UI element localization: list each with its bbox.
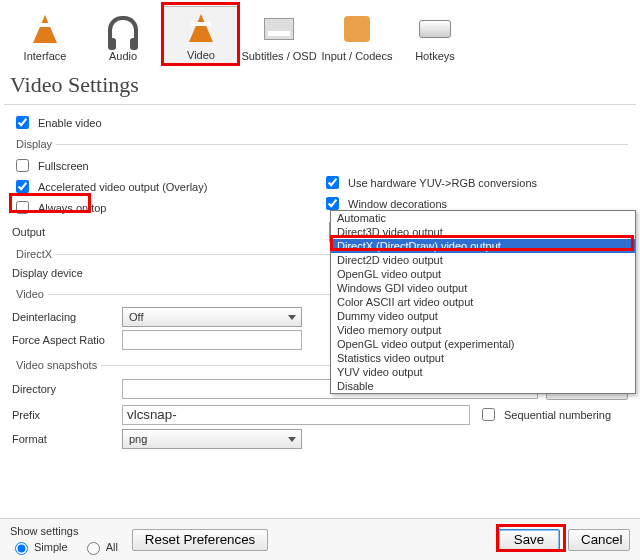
deinterlacing-combobox[interactable]: Off [122,307,302,327]
output-option[interactable]: Automatic [331,211,635,225]
tab-input-label: Input / Codecs [318,50,396,62]
tab-interface[interactable]: Interface [6,8,84,66]
prefs-tabstrip: Interface Audio Video Subtitles / OSD In… [0,0,640,66]
deinterlacing-label: Deinterlacing [12,311,122,323]
headphones-icon [104,10,142,48]
show-settings-label: Show settings [10,525,124,537]
output-option[interactable]: Disable [331,379,635,393]
group-snapshots-legend: Video snapshots [12,359,101,371]
snapshot-directory-label: Directory [12,383,122,395]
force-aspect-ratio-input[interactable] [122,330,302,350]
output-option[interactable]: YUV video output [331,365,635,379]
output-option[interactable]: Windows GDI video output [331,281,635,295]
divider [4,104,636,105]
save-button[interactable]: Save [498,529,560,551]
tab-interface-label: Interface [6,50,84,62]
group-display-legend: Display [12,138,56,150]
group-video-legend: Video [12,288,48,300]
page-title: Video Settings [10,72,630,98]
yuv-rgb-checkbox[interactable]: Use hardware YUV->RGB conversions [322,173,628,192]
tab-video-label: Video [163,49,239,61]
snapshot-prefix-label: Prefix [12,409,122,421]
subtitles-icon [260,10,298,48]
tab-audio-label: Audio [84,50,162,62]
output-option[interactable]: OpenGL video output (experimental) [331,337,635,351]
output-option[interactable]: OpenGL video output [331,267,635,281]
output-option[interactable]: Direct2D video output [331,253,635,267]
snapshot-format-combobox[interactable]: png [122,429,302,449]
cone-icon [26,10,64,48]
tab-hotkeys[interactable]: Hotkeys [396,8,474,66]
puzzle-icon [338,10,376,48]
output-option[interactable]: DirectX (DirectDraw) video output [331,239,635,253]
output-label: Output [12,226,121,238]
tab-subtitles-label: Subtitles / OSD [240,50,318,62]
enable-video-checkbox[interactable]: Enable video [12,113,628,132]
sequential-numbering-checkbox[interactable]: Sequential numbering [478,405,628,424]
snapshot-prefix-input[interactable] [122,405,470,425]
footer: Show settings Simple All Reset Preferenc… [0,518,640,560]
tab-audio[interactable]: Audio [84,8,162,66]
output-option[interactable]: Direct3D video output [331,225,635,239]
display-device-label: Display device [12,267,122,279]
tab-subtitles[interactable]: Subtitles / OSD [240,8,318,66]
tab-hotkeys-label: Hotkeys [396,50,474,62]
force-aspect-ratio-label: Force Aspect Ratio [12,334,122,346]
output-option[interactable]: Color ASCII art video output [331,295,635,309]
cancel-button[interactable]: Cancel [568,529,630,551]
tab-input-codecs[interactable]: Input / Codecs [318,8,396,66]
snapshot-format-label: Format [12,433,122,445]
accel-checkbox[interactable]: Accelerated video output (Overlay) [12,177,322,196]
show-settings-all-radio[interactable]: All [82,539,118,555]
enable-video-label: Enable video [38,117,102,129]
show-settings-simple-radio[interactable]: Simple [10,539,68,555]
fullscreen-checkbox[interactable]: Fullscreen [12,156,322,175]
output-dropdown-list[interactable]: AutomaticDirect3D video outputDirectX (D… [330,210,636,394]
cone-icon [182,9,220,47]
group-display: Display Fullscreen Accelerated video out… [12,138,628,219]
reset-preferences-button[interactable]: Reset Preferences [132,529,268,551]
output-option[interactable]: Dummy video output [331,309,635,323]
group-directx-legend: DirectX [12,248,56,260]
keyboard-icon [416,10,454,48]
always-on-top-checkbox[interactable]: Always on top [12,198,322,217]
output-option[interactable]: Video memory output [331,323,635,337]
output-option[interactable]: Statistics video output [331,351,635,365]
tab-video[interactable]: Video [162,6,240,66]
